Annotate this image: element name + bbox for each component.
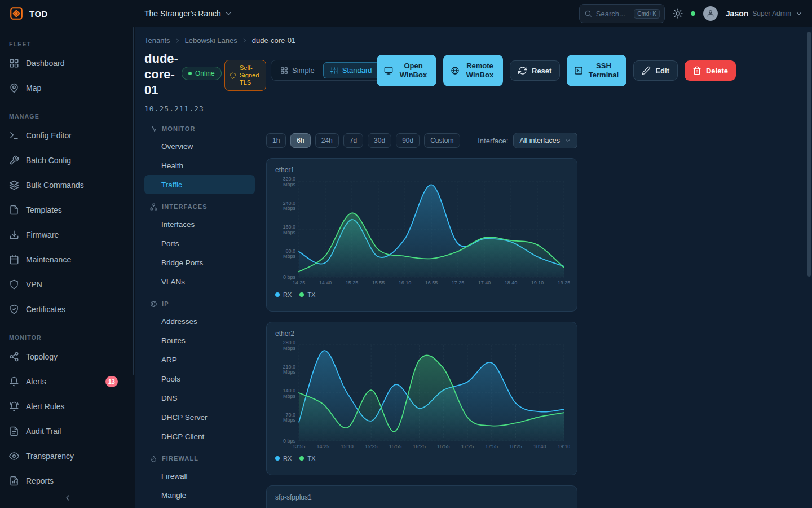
range-7d-button[interactable]: 7d xyxy=(343,133,363,148)
page-scrollbar[interactable] xyxy=(807,32,811,277)
user-name: Jason xyxy=(726,9,748,18)
map-pin-icon xyxy=(9,83,19,93)
legend-dot xyxy=(275,456,280,461)
svg-text:19:10: 19:10 xyxy=(531,280,544,286)
sidebar-section-label-monitor: MONITOR xyxy=(9,334,126,341)
legend-item-rx[interactable]: RX xyxy=(275,455,292,462)
svg-text:18:40: 18:40 xyxy=(533,444,546,449)
range-90d-button[interactable]: 90d xyxy=(396,133,420,148)
flame-icon xyxy=(150,455,157,462)
subnav-item-addr-lists[interactable]: Addr Lists xyxy=(144,505,255,508)
network-icon xyxy=(150,203,157,211)
sidebar-item-certificates[interactable]: Certificates xyxy=(0,297,135,322)
shield-icon xyxy=(230,72,236,79)
subnav-item-dhcp-server[interactable]: DHCP Server xyxy=(144,408,255,427)
svg-text:14:25: 14:25 xyxy=(293,280,306,286)
sidebar-item-map[interactable]: Map xyxy=(0,76,135,100)
sidebar-item-templates[interactable]: Templates xyxy=(0,198,135,222)
globe-icon xyxy=(451,66,460,75)
open-winbox-button[interactable]: Open WinBox xyxy=(377,55,436,86)
legend-item-tx[interactable]: TX xyxy=(299,455,315,462)
sidebar: TOD FLEETDashboardMapMANAGEConfig Editor… xyxy=(0,0,135,508)
subnav-item-mangle[interactable]: Mangle xyxy=(144,485,255,505)
subnav-item-overview[interactable]: Overview xyxy=(144,137,255,156)
sidebar-item-maintenance[interactable]: Maintenance xyxy=(0,247,135,272)
subnav-item-dhcp-client[interactable]: DHCP Client xyxy=(144,427,255,446)
chevron-down-icon xyxy=(564,137,571,144)
user-menu[interactable]: Jason Super Admin xyxy=(726,9,803,18)
subnav-item-ports[interactable]: Ports xyxy=(144,234,255,253)
app-logo[interactable]: TOD xyxy=(0,0,135,27)
remote-winbox-button[interactable]: Remote WinBox xyxy=(443,55,503,86)
subnav-item-bridge-ports[interactable]: Bridge Ports xyxy=(144,253,255,272)
sidebar-item-audit-trail[interactable]: Audit Trail xyxy=(0,419,135,444)
trash-icon xyxy=(692,66,701,75)
tenant-name: The Stranger's Ranch xyxy=(144,9,221,18)
interface-select[interactable]: All interfaces xyxy=(513,133,577,148)
sidebar-item-transparency[interactable]: Transparency xyxy=(0,444,135,468)
sidebar-collapse-button[interactable] xyxy=(0,487,135,508)
range-custom-button[interactable]: Custom xyxy=(424,133,460,148)
subnav-item-arp[interactable]: ARP xyxy=(144,350,255,369)
subnav-item-addresses[interactable]: Addresses xyxy=(144,312,255,331)
subnav-item-routes[interactable]: Routes xyxy=(144,331,255,350)
theme-toggle-button[interactable] xyxy=(673,8,683,19)
subnav-item-firewall[interactable]: Firewall xyxy=(144,466,255,485)
edit-button[interactable]: Edit xyxy=(633,60,678,81)
subnav-group-label: FIREWALL xyxy=(162,454,198,463)
sidebar-scrollbar[interactable] xyxy=(133,27,134,375)
sidebar-item-topology[interactable]: Topology xyxy=(0,344,135,369)
sidebar-item-label: Batch Config xyxy=(26,156,71,165)
subnav-item-traffic[interactable]: Traffic xyxy=(144,175,255,194)
svg-text:15:10: 15:10 xyxy=(341,444,354,449)
svg-text:16:25: 16:25 xyxy=(413,444,426,449)
device-actions: Open WinBoxRemote WinBoxResetSSH Termina… xyxy=(377,55,736,86)
pencil-icon xyxy=(642,66,651,75)
svg-text:240.0Mbps: 240.0Mbps xyxy=(283,200,295,212)
sidebar-item-batch-config[interactable]: Batch Config xyxy=(0,148,135,173)
sidebar-item-dashboard[interactable]: Dashboard xyxy=(0,51,135,76)
file-text-icon xyxy=(9,426,19,436)
search-input[interactable]: Search... Cmd+K xyxy=(579,4,665,23)
delete-button[interactable]: Delete xyxy=(685,60,736,81)
sidebar-item-label: Dashboard xyxy=(26,59,65,68)
layers-icon xyxy=(9,180,19,190)
sidebar-item-vpn[interactable]: VPN xyxy=(0,272,135,297)
view-standard-segment[interactable]: Standard xyxy=(323,62,379,78)
tenant-selector[interactable]: The Stranger's Ranch xyxy=(144,9,232,18)
subnav-item-pools[interactable]: Pools xyxy=(144,369,255,388)
svg-text:14:25: 14:25 xyxy=(316,444,329,449)
breadcrumb-tenant[interactable]: Lebowski Lanes xyxy=(185,36,237,45)
monitor-icon xyxy=(384,66,393,75)
subnav-item-dns[interactable]: DNS xyxy=(144,388,255,408)
page-title: dude-core-01 xyxy=(144,51,184,98)
range-24h-button[interactable]: 24h xyxy=(315,133,339,148)
tls-label: Self-Signed TLS xyxy=(240,64,261,86)
tls-badge: Self-Signed TLS xyxy=(224,60,266,91)
subnav-item-health[interactable]: Health xyxy=(144,156,255,175)
sidebar-item-alerts[interactable]: Alerts13 xyxy=(0,369,135,394)
ssh-terminal-button[interactable]: SSH Terminal xyxy=(567,55,626,86)
range-30d-button[interactable]: 30d xyxy=(368,133,391,148)
chart-card-sfp-sfpplus1: sfp-sfpplus1 xyxy=(266,485,577,508)
sidebar-item-config-editor[interactable]: Config Editor xyxy=(0,123,135,148)
button-label: Delete xyxy=(706,67,728,75)
view-simple-segment[interactable]: Simple xyxy=(273,62,322,78)
subnav-item-vlans[interactable]: VLANs xyxy=(144,272,255,291)
subnav-item-interfaces[interactable]: Interfaces xyxy=(144,214,255,234)
sidebar-item-firmware[interactable]: Firmware xyxy=(0,222,135,247)
legend-label: RX xyxy=(283,455,292,462)
chevron-right-icon xyxy=(241,37,248,44)
sidebar-item-alert-rules[interactable]: Alert Rules xyxy=(0,394,135,419)
avatar[interactable] xyxy=(703,6,718,21)
calendar-icon xyxy=(9,255,19,265)
sidebar-item-bulk-commands[interactable]: Bulk Commands xyxy=(0,173,135,198)
legend-item-rx[interactable]: RX xyxy=(275,291,292,298)
legend-item-tx[interactable]: TX xyxy=(299,291,315,298)
sidebar-section-label-manage: MANAGE xyxy=(9,113,126,120)
reset-button[interactable]: Reset xyxy=(510,60,560,81)
range-6h-button[interactable]: 6h xyxy=(290,133,310,148)
breadcrumb-tenants[interactable]: Tenants xyxy=(144,36,170,45)
svg-text:13:55: 13:55 xyxy=(293,444,306,449)
range-1h-button[interactable]: 1h xyxy=(266,133,286,148)
